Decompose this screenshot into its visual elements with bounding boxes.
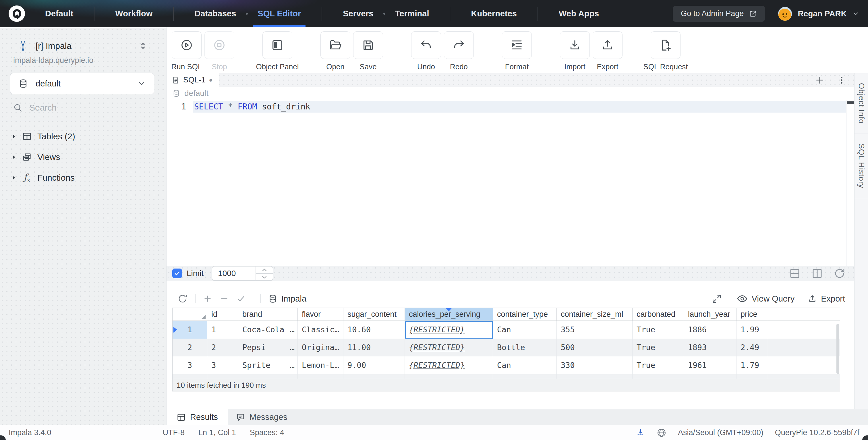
tab-results[interactable]: Results <box>166 409 228 425</box>
cell[interactable] <box>768 374 840 379</box>
redo-button[interactable] <box>444 31 474 59</box>
cell[interactable] <box>768 321 840 339</box>
rail-tab-object-info[interactable]: Object Info <box>855 73 868 134</box>
cell[interactable]: 10.60 <box>343 321 405 339</box>
nav-item-default[interactable]: Default <box>45 0 73 27</box>
cell[interactable]: Bottle <box>493 374 557 379</box>
open-button[interactable] <box>320 31 350 59</box>
split-horizontal-icon[interactable] <box>789 267 801 280</box>
user-name[interactable]: Regan PARK <box>798 9 847 19</box>
database-select[interactable]: default <box>10 73 154 94</box>
code-editor[interactable]: 1 SELECT * FROM soft_drink <box>166 100 854 266</box>
row-number[interactable]: 1 <box>173 321 207 339</box>
sidebar-item-functions[interactable]: ƒxFunctions <box>0 168 166 188</box>
refresh-results-icon[interactable] <box>178 294 188 304</box>
undo-button[interactable] <box>411 31 441 59</box>
export-results-button[interactable]: Export <box>821 294 845 303</box>
go-to-admin-page-button[interactable]: Go to Admin Page <box>673 6 765 22</box>
column-header-container-type[interactable]: container_type <box>493 307 557 321</box>
cell[interactable]: 1.79 <box>737 356 768 374</box>
split-vertical-icon[interactable] <box>811 267 823 280</box>
nav-item-web-apps[interactable]: Web Apps <box>559 0 599 27</box>
cell[interactable]: Citrus… <box>298 374 343 379</box>
cell[interactable]: 2.49 <box>737 339 768 356</box>
nav-item-servers[interactable]: Servers <box>343 0 373 27</box>
editor-scrollbar-thumb[interactable] <box>847 101 854 104</box>
user-menu-chevron-down-icon[interactable] <box>852 10 859 18</box>
cell[interactable]: {RESTRICTED} <box>405 374 493 379</box>
cell[interactable]: 1961 <box>684 356 737 374</box>
run-sql-button[interactable] <box>172 31 202 59</box>
export-upload-icon[interactable] <box>808 294 817 303</box>
reload-icon[interactable] <box>834 267 846 280</box>
cell[interactable]: 1 <box>207 321 238 339</box>
cell[interactable]: Coca-Cola… <box>238 321 298 339</box>
cell[interactable]: True <box>632 356 684 374</box>
cell[interactable]: 1886 <box>684 321 737 339</box>
tab-sql-1[interactable]: SQL-1 • <box>166 73 219 87</box>
cell[interactable]: Sprite… <box>238 356 298 374</box>
cell[interactable]: True <box>632 374 684 379</box>
limit-increment-button[interactable] <box>256 266 273 274</box>
cell[interactable]: 500 <box>557 339 632 356</box>
tab-options-kebab-icon[interactable] <box>837 76 846 85</box>
limit-checkbox[interactable] <box>172 268 182 278</box>
cell[interactable]: Can <box>493 356 557 374</box>
nav-item-databases[interactable]: Databases <box>194 0 236 27</box>
cell[interactable] <box>768 339 840 356</box>
cell[interactable]: 9.00 <box>343 356 405 374</box>
column-header-calories-per-serving[interactable]: calories_per_serving <box>405 307 493 321</box>
column-header-launch-year[interactable]: launch_year <box>684 307 737 321</box>
row-number[interactable]: 3 <box>173 356 207 374</box>
cell[interactable]: 4 <box>207 374 238 379</box>
export-button[interactable] <box>593 31 622 59</box>
column-header-container-size-ml[interactable]: container_size_ml <box>557 307 632 321</box>
cell[interactable] <box>768 356 840 374</box>
expand-results-icon[interactable] <box>712 294 721 303</box>
cell[interactable]: {RESTRICTED} <box>405 356 493 374</box>
cell[interactable]: 1940 <box>684 374 737 379</box>
rail-tab-sql-history[interactable]: SQL History <box>855 134 868 199</box>
cell[interactable]: 591 <box>557 374 632 379</box>
querypie-logo-icon[interactable] <box>9 5 25 22</box>
nav-item-workflow[interactable]: Workflow <box>115 0 152 27</box>
search-input[interactable] <box>29 103 144 113</box>
new-tab-plus-icon[interactable] <box>815 76 824 85</box>
cell[interactable]: {RESTRICTED} <box>405 339 493 356</box>
sidebar-item-views[interactable]: Views <box>0 147 166 168</box>
cell[interactable]: Can <box>493 321 557 339</box>
cell[interactable]: True <box>632 321 684 339</box>
cursor-position[interactable]: Ln 1, Col 1 <box>198 428 236 437</box>
connection-switcher-chevrons-icon[interactable] <box>139 39 147 53</box>
view-query-eye-icon[interactable] <box>737 293 748 304</box>
column-header-price[interactable]: price <box>737 307 768 321</box>
user-avatar[interactable] <box>778 7 792 21</box>
timezone-label[interactable]: Asia/Seoul (GMT+09:00) <box>678 428 764 437</box>
cell[interactable]: 355 <box>557 321 632 339</box>
nav-item-sql-editor[interactable]: SQL Editor <box>257 0 301 27</box>
sidebar-item-tables-2[interactable]: Tables (2) <box>0 126 166 147</box>
cell[interactable]: 1.99 <box>737 321 768 339</box>
cell[interactable]: 3 <box>207 356 238 374</box>
column-header-brand[interactable]: brand <box>238 307 298 321</box>
encoding-indicator[interactable]: UTF-8 <box>163 428 185 437</box>
cell[interactable]: Origina… <box>298 339 343 356</box>
view-query-button[interactable]: View Query <box>752 294 795 303</box>
cell[interactable]: {RESTRICTED} <box>405 321 493 339</box>
cell[interactable]: 330 <box>557 356 632 374</box>
column-header-flavor[interactable]: flavor <box>298 307 343 321</box>
limit-value-input[interactable] <box>212 266 255 280</box>
cell[interactable]: 2 <box>207 339 238 356</box>
column-header-sugar-content[interactable]: sugar_content <box>343 307 405 321</box>
format-button[interactable] <box>502 31 532 59</box>
row-number[interactable]: 2 <box>173 339 207 356</box>
connection-name[interactable]: [r] Impala <box>36 39 71 53</box>
downloads-icon[interactable] <box>636 428 645 438</box>
limit-decrement-button[interactable] <box>256 274 273 280</box>
cell[interactable]: Lemon-L… <box>298 356 343 374</box>
sql-request-button[interactable] <box>651 31 681 59</box>
select-all-corner[interactable] <box>173 307 207 321</box>
cell[interactable]: 12.00 <box>343 374 405 379</box>
column-header-empty[interactable] <box>768 307 840 321</box>
cell[interactable]: Classic… <box>298 321 343 339</box>
